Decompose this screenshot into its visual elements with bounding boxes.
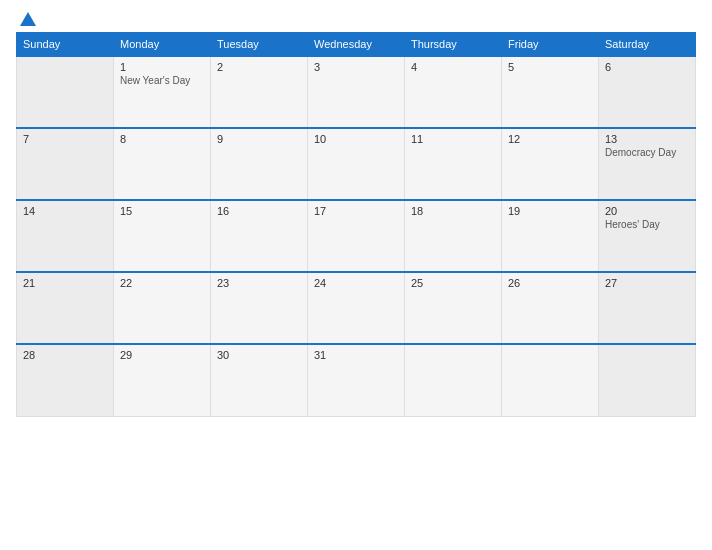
calendar-cell: 20Heroes' Day — [599, 200, 696, 272]
day-number: 12 — [508, 133, 592, 145]
day-number: 11 — [411, 133, 495, 145]
day-number: 30 — [217, 349, 301, 361]
header — [16, 12, 696, 26]
day-number: 2 — [217, 61, 301, 73]
logo-triangle-icon — [20, 12, 36, 26]
calendar-cell — [405, 344, 502, 416]
day-number: 26 — [508, 277, 592, 289]
calendar-cell: 3 — [308, 56, 405, 128]
day-number: 21 — [23, 277, 107, 289]
day-number: 6 — [605, 61, 689, 73]
calendar-cell: 31 — [308, 344, 405, 416]
day-number: 18 — [411, 205, 495, 217]
day-number: 24 — [314, 277, 398, 289]
day-number: 19 — [508, 205, 592, 217]
weekday-header-saturday: Saturday — [599, 33, 696, 57]
calendar-cell: 30 — [211, 344, 308, 416]
event-name: Heroes' Day — [605, 219, 689, 230]
weekday-header-friday: Friday — [502, 33, 599, 57]
weekday-header-sunday: Sunday — [17, 33, 114, 57]
event-name: New Year's Day — [120, 75, 204, 86]
calendar-cell — [502, 344, 599, 416]
calendar-cell: 1New Year's Day — [114, 56, 211, 128]
day-number: 16 — [217, 205, 301, 217]
day-number: 10 — [314, 133, 398, 145]
weekday-header-thursday: Thursday — [405, 33, 502, 57]
day-number: 14 — [23, 205, 107, 217]
day-number: 17 — [314, 205, 398, 217]
day-number: 9 — [217, 133, 301, 145]
calendar-cell: 11 — [405, 128, 502, 200]
calendar-cell: 13Democracy Day — [599, 128, 696, 200]
logo-blue-row — [16, 12, 36, 26]
day-number: 3 — [314, 61, 398, 73]
calendar-cell: 19 — [502, 200, 599, 272]
calendar-cell: 22 — [114, 272, 211, 344]
day-number: 1 — [120, 61, 204, 73]
calendar-cell: 6 — [599, 56, 696, 128]
day-number: 8 — [120, 133, 204, 145]
calendar-page: SundayMondayTuesdayWednesdayThursdayFrid… — [0, 0, 712, 550]
calendar-cell: 4 — [405, 56, 502, 128]
day-number: 22 — [120, 277, 204, 289]
calendar-cell: 18 — [405, 200, 502, 272]
calendar-cell: 21 — [17, 272, 114, 344]
calendar-cell: 10 — [308, 128, 405, 200]
calendar-cell — [599, 344, 696, 416]
calendar-cell: 29 — [114, 344, 211, 416]
day-number: 23 — [217, 277, 301, 289]
calendar-cell: 2 — [211, 56, 308, 128]
week-row-1: 1New Year's Day23456 — [17, 56, 696, 128]
week-row-4: 21222324252627 — [17, 272, 696, 344]
day-number: 29 — [120, 349, 204, 361]
week-row-2: 78910111213Democracy Day — [17, 128, 696, 200]
week-row-5: 28293031 — [17, 344, 696, 416]
weekday-header-monday: Monday — [114, 33, 211, 57]
day-number: 15 — [120, 205, 204, 217]
calendar-cell: 12 — [502, 128, 599, 200]
day-number: 13 — [605, 133, 689, 145]
calendar-cell: 9 — [211, 128, 308, 200]
day-number: 28 — [23, 349, 107, 361]
calendar-cell: 16 — [211, 200, 308, 272]
weekday-header-wednesday: Wednesday — [308, 33, 405, 57]
calendar-cell: 5 — [502, 56, 599, 128]
calendar-table: SundayMondayTuesdayWednesdayThursdayFrid… — [16, 32, 696, 417]
calendar-cell: 14 — [17, 200, 114, 272]
calendar-cell: 27 — [599, 272, 696, 344]
day-number: 27 — [605, 277, 689, 289]
calendar-cell: 7 — [17, 128, 114, 200]
calendar-cell — [17, 56, 114, 128]
day-number: 5 — [508, 61, 592, 73]
logo — [16, 12, 36, 26]
calendar-cell: 26 — [502, 272, 599, 344]
calendar-cell: 15 — [114, 200, 211, 272]
calendar-cell: 28 — [17, 344, 114, 416]
calendar-cell: 17 — [308, 200, 405, 272]
calendar-cell: 8 — [114, 128, 211, 200]
day-number: 31 — [314, 349, 398, 361]
day-number: 7 — [23, 133, 107, 145]
calendar-cell: 23 — [211, 272, 308, 344]
day-number: 4 — [411, 61, 495, 73]
day-number: 25 — [411, 277, 495, 289]
week-row-3: 14151617181920Heroes' Day — [17, 200, 696, 272]
calendar-cell: 24 — [308, 272, 405, 344]
day-number: 20 — [605, 205, 689, 217]
weekday-header-tuesday: Tuesday — [211, 33, 308, 57]
event-name: Democracy Day — [605, 147, 689, 158]
calendar-cell: 25 — [405, 272, 502, 344]
weekday-header-row: SundayMondayTuesdayWednesdayThursdayFrid… — [17, 33, 696, 57]
